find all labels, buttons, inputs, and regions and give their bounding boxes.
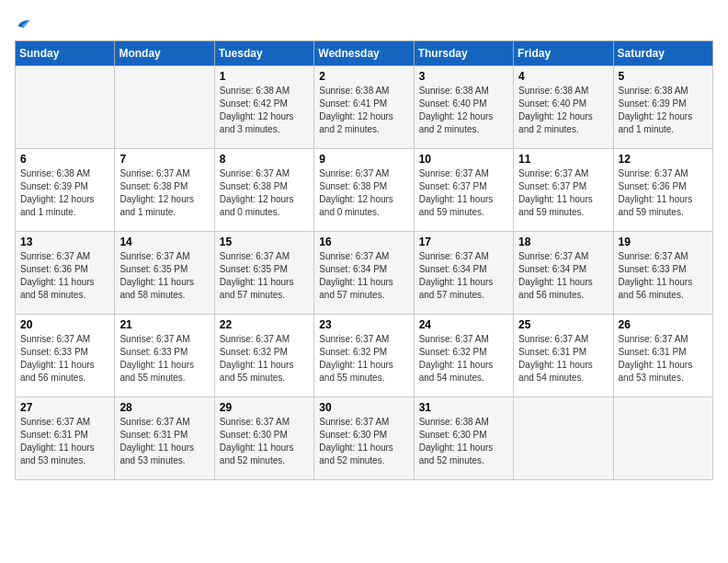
day-info: Sunrise: 6:37 AM Sunset: 6:33 PM Dayligh… [20,333,109,385]
day-info: Sunrise: 6:37 AM Sunset: 6:37 PM Dayligh… [419,167,508,219]
day-info: Sunrise: 6:37 AM Sunset: 6:36 PM Dayligh… [20,250,109,302]
calendar-cell: 2Sunrise: 6:38 AM Sunset: 6:41 PM Daylig… [314,66,414,149]
calendar-cell: 11Sunrise: 6:37 AM Sunset: 6:37 PM Dayli… [514,149,613,232]
calendar-cell: 10Sunrise: 6:37 AM Sunset: 6:37 PM Dayli… [414,149,513,232]
day-number: 1 [220,70,309,83]
day-number: 31 [419,401,508,414]
calendar-cell: 16Sunrise: 6:37 AM Sunset: 6:34 PM Dayli… [314,232,414,315]
day-info: Sunrise: 6:37 AM Sunset: 6:34 PM Dayligh… [419,250,508,302]
calendar-cell [115,66,214,149]
day-info: Sunrise: 6:37 AM Sunset: 6:32 PM Dayligh… [220,333,309,385]
day-info: Sunrise: 6:38 AM Sunset: 6:39 PM Dayligh… [20,167,109,219]
calendar-cell: 30Sunrise: 6:37 AM Sunset: 6:30 PM Dayli… [314,397,414,480]
day-number: 16 [319,236,408,248]
day-info: Sunrise: 6:37 AM Sunset: 6:33 PM Dayligh… [119,333,209,385]
calendar-cell: 18Sunrise: 6:37 AM Sunset: 6:34 PM Dayli… [514,232,613,315]
calendar-cell: 4Sunrise: 6:38 AM Sunset: 6:40 PM Daylig… [514,66,613,149]
header-row: SundayMondayTuesdayWednesdayThursdayFrid… [16,41,713,66]
calendar-cell: 20Sunrise: 6:37 AM Sunset: 6:33 PM Dayli… [16,315,115,397]
day-number: 18 [518,236,608,248]
day-info: Sunrise: 6:37 AM Sunset: 6:35 PM Dayligh… [220,250,309,302]
calendar-cell: 25Sunrise: 6:37 AM Sunset: 6:31 PM Dayli… [514,315,613,397]
day-info: Sunrise: 6:38 AM Sunset: 6:41 PM Dayligh… [319,85,408,136]
calendar-cell [514,397,613,480]
day-info: Sunrise: 6:38 AM Sunset: 6:40 PM Dayligh… [518,85,608,136]
calendar-cell [16,66,115,149]
header-day-wednesday: Wednesday [314,41,414,66]
day-info: Sunrise: 6:38 AM Sunset: 6:39 PM Dayligh… [619,85,708,136]
day-number: 29 [220,401,309,414]
calendar-cell: 28Sunrise: 6:37 AM Sunset: 6:31 PM Dayli… [115,397,214,480]
day-info: Sunrise: 6:37 AM Sunset: 6:37 PM Dayligh… [518,167,608,219]
day-info: Sunrise: 6:37 AM Sunset: 6:30 PM Dayligh… [220,416,309,467]
calendar-cell: 29Sunrise: 6:37 AM Sunset: 6:30 PM Dayli… [214,397,313,480]
calendar-cell: 22Sunrise: 6:37 AM Sunset: 6:32 PM Dayli… [214,315,313,397]
week-row-1: 1Sunrise: 6:38 AM Sunset: 6:42 PM Daylig… [16,66,713,149]
calendar-cell [613,397,712,480]
calendar-cell: 15Sunrise: 6:37 AM Sunset: 6:35 PM Dayli… [214,232,313,315]
day-number: 11 [518,153,608,166]
week-row-2: 6Sunrise: 6:38 AM Sunset: 6:39 PM Daylig… [16,149,713,232]
day-number: 17 [419,236,508,248]
calendar-cell: 9Sunrise: 6:37 AM Sunset: 6:38 PM Daylig… [314,149,414,232]
page-header [15,15,713,31]
day-number: 27 [20,401,109,414]
day-info: Sunrise: 6:37 AM Sunset: 6:31 PM Dayligh… [20,416,109,467]
calendar-cell: 31Sunrise: 6:38 AM Sunset: 6:30 PM Dayli… [414,397,513,480]
calendar-cell: 17Sunrise: 6:37 AM Sunset: 6:34 PM Dayli… [414,232,513,315]
day-info: Sunrise: 6:37 AM Sunset: 6:34 PM Dayligh… [518,250,608,302]
day-info: Sunrise: 6:37 AM Sunset: 6:31 PM Dayligh… [518,333,608,385]
day-number: 23 [319,318,408,331]
day-info: Sunrise: 6:37 AM Sunset: 6:38 PM Dayligh… [119,167,209,219]
day-info: Sunrise: 6:37 AM Sunset: 6:35 PM Dayligh… [119,250,209,302]
week-row-3: 13Sunrise: 6:37 AM Sunset: 6:36 PM Dayli… [16,232,713,315]
day-info: Sunrise: 6:37 AM Sunset: 6:31 PM Dayligh… [119,416,209,467]
day-info: Sunrise: 6:37 AM Sunset: 6:38 PM Dayligh… [220,167,309,219]
day-info: Sunrise: 6:38 AM Sunset: 6:42 PM Dayligh… [220,85,309,136]
day-number: 13 [20,236,109,248]
logo [15,15,32,31]
logo-bird-icon [16,15,32,31]
day-number: 21 [119,318,209,331]
calendar-cell: 8Sunrise: 6:37 AM Sunset: 6:38 PM Daylig… [214,149,313,232]
header-day-friday: Friday [514,41,613,66]
header-day-sunday: Sunday [16,41,115,66]
day-info: Sunrise: 6:37 AM Sunset: 6:34 PM Dayligh… [319,250,408,302]
calendar-cell: 6Sunrise: 6:38 AM Sunset: 6:39 PM Daylig… [16,149,115,232]
week-row-5: 27Sunrise: 6:37 AM Sunset: 6:31 PM Dayli… [16,397,713,480]
day-number: 8 [220,153,309,166]
calendar-body: 1Sunrise: 6:38 AM Sunset: 6:42 PM Daylig… [16,66,713,480]
calendar-cell: 13Sunrise: 6:37 AM Sunset: 6:36 PM Dayli… [16,232,115,315]
day-number: 15 [220,236,309,248]
header-day-tuesday: Tuesday [214,41,313,66]
calendar-header: SundayMondayTuesdayWednesdayThursdayFrid… [16,41,713,66]
day-number: 9 [319,153,408,166]
day-info: Sunrise: 6:37 AM Sunset: 6:38 PM Dayligh… [319,167,408,219]
calendar-cell: 23Sunrise: 6:37 AM Sunset: 6:32 PM Dayli… [314,315,414,397]
day-number: 19 [619,236,708,248]
calendar-cell: 3Sunrise: 6:38 AM Sunset: 6:40 PM Daylig… [414,66,513,149]
day-number: 6 [20,153,109,166]
day-number: 24 [419,318,508,331]
header-day-thursday: Thursday [414,41,513,66]
calendar-cell: 21Sunrise: 6:37 AM Sunset: 6:33 PM Dayli… [115,315,214,397]
day-number: 3 [419,70,508,83]
day-number: 7 [119,153,209,166]
day-info: Sunrise: 6:38 AM Sunset: 6:40 PM Dayligh… [419,85,508,136]
header-day-monday: Monday [115,41,214,66]
calendar-cell: 14Sunrise: 6:37 AM Sunset: 6:35 PM Dayli… [115,232,214,315]
calendar-cell: 26Sunrise: 6:37 AM Sunset: 6:31 PM Dayli… [613,315,712,397]
day-number: 2 [319,70,408,83]
day-number: 26 [619,318,708,331]
day-number: 10 [419,153,508,166]
calendar-cell: 27Sunrise: 6:37 AM Sunset: 6:31 PM Dayli… [16,397,115,480]
day-info: Sunrise: 6:38 AM Sunset: 6:30 PM Dayligh… [419,416,508,467]
day-info: Sunrise: 6:37 AM Sunset: 6:33 PM Dayligh… [619,250,708,302]
day-number: 5 [619,70,708,83]
calendar-table: SundayMondayTuesdayWednesdayThursdayFrid… [15,40,713,480]
day-info: Sunrise: 6:37 AM Sunset: 6:32 PM Dayligh… [319,333,408,385]
header-day-saturday: Saturday [613,41,712,66]
day-info: Sunrise: 6:37 AM Sunset: 6:32 PM Dayligh… [419,333,508,385]
day-number: 28 [119,401,209,414]
calendar-cell: 12Sunrise: 6:37 AM Sunset: 6:36 PM Dayli… [613,149,712,232]
